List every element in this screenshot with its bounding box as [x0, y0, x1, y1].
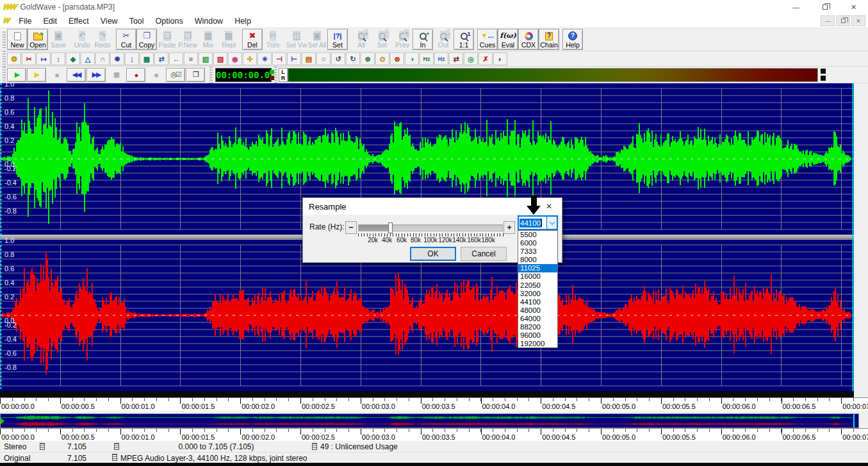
- silence-button[interactable]: ⊣: [272, 53, 286, 65]
- status-section-icon[interactable]: [114, 443, 119, 450]
- knob-button[interactable]: ○: [316, 53, 331, 65]
- knob-eq-button[interactable]: ⊕: [361, 53, 375, 65]
- toolbar-grip[interactable]: [3, 51, 6, 67]
- rewind-button[interactable]: ◀◀: [67, 68, 86, 82]
- rate-option-5500[interactable]: 5500: [518, 231, 557, 239]
- toolbar-grip[interactable]: [274, 67, 277, 83]
- help-button[interactable]: ?Help: [562, 29, 583, 50]
- rate-option-192000[interactable]: 192000: [518, 340, 557, 348]
- menu-help[interactable]: Help: [229, 14, 257, 28]
- sliders-button[interactable]: ≡: [184, 53, 198, 65]
- status-section-icon[interactable]: [40, 443, 45, 450]
- minimize-button[interactable]: —: [782, 0, 810, 14]
- mdi-close-button[interactable]: ✕: [851, 15, 865, 26]
- set-button[interactable]: |?|Set: [327, 29, 348, 50]
- toolbar-grip[interactable]: [209, 67, 213, 83]
- flip-button[interactable]: ↨: [125, 53, 139, 65]
- slider-increase-button[interactable]: +: [504, 221, 515, 234]
- playback-rate-button[interactable]: Hz: [420, 53, 434, 65]
- mdi-restore-button[interactable]: [836, 15, 850, 26]
- cut-button[interactable]: ✂Cut: [116, 29, 136, 50]
- trim-silence-button[interactable]: ⊢: [287, 53, 301, 65]
- equalizer-button[interactable]: ▦: [140, 53, 154, 65]
- rate-option-11025[interactable]: 11025: [518, 264, 557, 272]
- time-clock-button[interactable]: ◐: [493, 53, 507, 65]
- menu-effect[interactable]: Effect: [63, 14, 95, 28]
- chain-button[interactable]: ?Chain: [539, 29, 559, 50]
- rate-option-7333[interactable]: 7333: [518, 247, 557, 256]
- offset-button[interactable]: ↦: [37, 53, 51, 65]
- rate-option-8000[interactable]: 8000: [518, 256, 557, 264]
- knob-back-button[interactable]: ↺: [331, 53, 345, 65]
- mdi-minimize-button[interactable]: —: [821, 15, 835, 26]
- window-layout-button[interactable]: ❒: [186, 68, 205, 82]
- split-knob-button[interactable]: ◑: [405, 53, 419, 65]
- time-axis[interactable]: 00:00:00.000:00:00.500:00:01.000:00:01.5…: [0, 397, 868, 411]
- rate-slider[interactable]: [358, 224, 503, 231]
- restore-button[interactable]: [810, 0, 839, 14]
- rate-option-6000[interactable]: 6000: [518, 239, 557, 247]
- voice-remove-button[interactable]: ✗: [479, 53, 493, 65]
- pitch-button[interactable]: ✣: [243, 53, 257, 65]
- overview-time-axis[interactable]: 00:00:00.000:00:00.500:00:01.000:00:01.5…: [0, 428, 868, 442]
- shape-button[interactable]: △: [81, 53, 95, 65]
- rate-option-22050[interactable]: 22050: [518, 281, 557, 290]
- noise-gate-button[interactable]: ✳: [258, 53, 272, 65]
- rate-option-16000[interactable]: 16000: [518, 272, 557, 281]
- menu-options[interactable]: Options: [150, 14, 189, 28]
- rate-option-48000[interactable]: 48000: [518, 306, 557, 315]
- dialog-close-button[interactable]: ✕: [536, 198, 562, 215]
- 1-1-button[interactable]: 11:1: [454, 29, 474, 50]
- menu-tool[interactable]: Tool: [124, 14, 150, 28]
- expander-button[interactable]: ↕: [51, 53, 65, 65]
- rate-option-64000[interactable]: 64000: [518, 315, 557, 323]
- toolbar-grip[interactable]: [3, 67, 6, 83]
- rate-option-44100[interactable]: 44100: [518, 298, 557, 306]
- slider-thumb[interactable]: [388, 222, 393, 233]
- eval-button[interactable]: f(ω)Eval: [498, 29, 518, 50]
- toolbar-grip[interactable]: [3, 31, 6, 48]
- expression-evaluator-button[interactable]: ✂: [22, 53, 36, 65]
- stereo-eye-button[interactable]: ◉: [228, 53, 242, 65]
- play-button[interactable]: ▶: [7, 68, 26, 82]
- mx-effect-button[interactable]: ▧: [213, 53, 227, 65]
- record-button[interactable]: ●: [126, 68, 145, 82]
- knob-path-button[interactable]: ⊗: [390, 53, 404, 65]
- knob-forward-button[interactable]: ↻: [346, 53, 360, 65]
- slider-decrease-button[interactable]: −: [345, 221, 357, 234]
- cdx-button[interactable]: CDX: [518, 29, 539, 50]
- vx-effect-button[interactable]: ▨: [199, 53, 213, 65]
- menu-window[interactable]: Window: [189, 14, 229, 28]
- cancel-button[interactable]: Cancel: [461, 247, 507, 261]
- open-button[interactable]: Open: [28, 29, 48, 50]
- resample-button[interactable]: Hz: [434, 53, 448, 65]
- cues-button[interactable]: ▼…Cues: [477, 29, 498, 50]
- rate-option-32000[interactable]: 32000: [518, 290, 557, 298]
- ok-button[interactable]: OK: [410, 247, 456, 261]
- channel-swap-button[interactable]: ⇄: [449, 53, 463, 65]
- menu-edit[interactable]: Edit: [37, 14, 63, 28]
- rate-option-96000[interactable]: 96000: [518, 331, 557, 340]
- overview-pane[interactable]: [0, 413, 859, 428]
- del-button[interactable]: ✖Del: [242, 29, 263, 50]
- invert-button[interactable]: ∩: [95, 53, 110, 65]
- effect-properties-button[interactable]: ❂: [7, 53, 21, 65]
- combobox-dropdown-button[interactable]: [546, 217, 557, 229]
- doppler-button[interactable]: ◆: [66, 53, 80, 65]
- overview-position-marker-icon[interactable]: [1, 418, 4, 424]
- stretch-button[interactable]: ⇄: [154, 53, 168, 65]
- dialog-title-bar[interactable]: Resample: [303, 198, 562, 215]
- close-button[interactable]: ✕: [839, 0, 868, 14]
- fast-forward-button[interactable]: ▶▶: [86, 68, 106, 82]
- menu-file[interactable]: File: [13, 14, 37, 28]
- tape-restore-button[interactable]: ▤: [302, 53, 316, 65]
- knob-alert-button[interactable]: ⊙: [375, 53, 389, 65]
- record-options-button[interactable]: ◎☑: [166, 68, 185, 82]
- in-button[interactable]: +In: [413, 29, 433, 50]
- new-button[interactable]: New: [7, 29, 28, 50]
- status-section-icon[interactable]: [312, 443, 317, 450]
- rate-combobox[interactable]: 44100: [518, 215, 558, 230]
- status-section-icon[interactable]: [112, 454, 117, 461]
- rate-option-88200[interactable]: 88200: [518, 323, 557, 331]
- mechanize-button[interactable]: ❋: [110, 53, 124, 65]
